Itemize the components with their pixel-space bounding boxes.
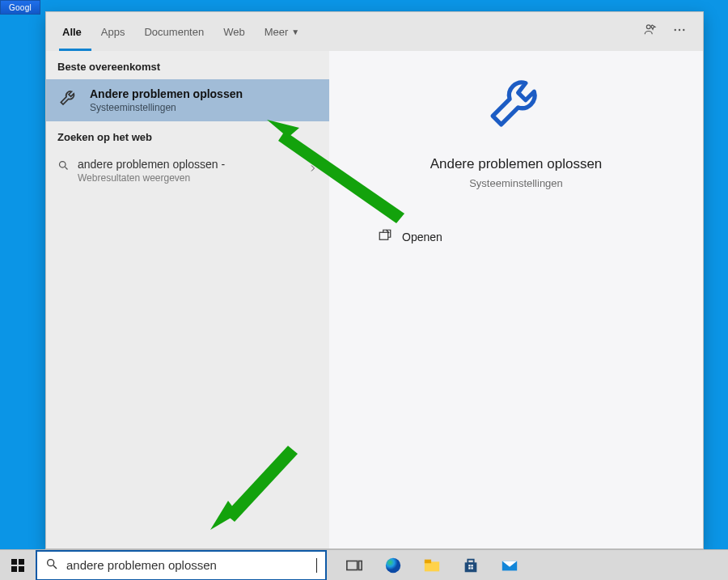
best-match-title: Andere problemen oplossen bbox=[90, 87, 243, 100]
edge-icon[interactable] bbox=[383, 556, 403, 575]
preview-title: Andere problemen oplossen bbox=[430, 156, 603, 172]
svg-point-3 bbox=[683, 29, 684, 31]
svg-point-15 bbox=[48, 560, 54, 566]
best-match-heading: Beste overeenkomst bbox=[46, 51, 329, 79]
svg-point-4 bbox=[60, 162, 66, 168]
web-search-result[interactable]: andere problemen oplossen - Webresultate… bbox=[46, 150, 329, 192]
task-view-icon[interactable] bbox=[345, 556, 364, 575]
results-left-column: Beste overeenkomst Andere problemen oplo… bbox=[46, 51, 329, 548]
search-icon bbox=[57, 159, 70, 174]
svg-point-2 bbox=[679, 29, 680, 31]
preview-content: Andere problemen oplossen Systeeminstell… bbox=[345, 70, 687, 246]
wrench-icon-large bbox=[482, 70, 550, 142]
svg-point-0 bbox=[646, 25, 650, 29]
preview-subtitle: Systeeminstellingen bbox=[469, 177, 563, 189]
store-icon[interactable] bbox=[461, 556, 480, 575]
tab-all[interactable]: Alle bbox=[53, 12, 91, 51]
tabs-right-actions bbox=[643, 23, 696, 40]
svg-point-19 bbox=[386, 557, 400, 572]
start-button[interactable] bbox=[0, 550, 36, 581]
open-label: Openen bbox=[402, 231, 442, 243]
svg-rect-11 bbox=[11, 559, 17, 565]
svg-rect-24 bbox=[468, 565, 470, 566]
search-filter-tabs: Alle Apps Documenten Web Meer▼ bbox=[46, 12, 703, 51]
search-icon bbox=[45, 557, 58, 573]
chevron-right-icon bbox=[308, 163, 318, 176]
tab-web[interactable]: Web bbox=[214, 12, 255, 51]
search-input[interactable] bbox=[66, 558, 308, 572]
web-search-heading: Zoeken op het web bbox=[46, 121, 329, 150]
text-caret bbox=[316, 558, 317, 573]
svg-point-1 bbox=[675, 29, 676, 31]
svg-rect-6 bbox=[379, 232, 388, 239]
svg-rect-26 bbox=[468, 567, 470, 569]
svg-rect-12 bbox=[19, 559, 24, 565]
svg-rect-17 bbox=[347, 561, 358, 569]
file-explorer-icon[interactable] bbox=[422, 556, 442, 575]
start-search-panel: Alle Apps Documenten Web Meer▼ Beste ove… bbox=[45, 11, 704, 549]
results-body: Beste overeenkomst Andere problemen oplo… bbox=[46, 51, 703, 548]
mail-icon[interactable] bbox=[500, 556, 519, 575]
tab-apps[interactable]: Apps bbox=[91, 12, 135, 51]
svg-rect-25 bbox=[471, 565, 472, 566]
svg-line-16 bbox=[53, 565, 57, 569]
svg-rect-14 bbox=[19, 566, 24, 572]
result-preview-pane: Andere problemen oplossen Systeeminstell… bbox=[329, 51, 703, 548]
wrench-icon bbox=[57, 87, 80, 113]
svg-rect-23 bbox=[468, 559, 473, 563]
svg-rect-13 bbox=[11, 566, 17, 572]
svg-rect-27 bbox=[471, 567, 472, 569]
best-match-subtitle: Systeeminstellingen bbox=[90, 102, 243, 113]
svg-rect-18 bbox=[359, 561, 362, 569]
chevron-down-icon: ▼ bbox=[291, 28, 299, 36]
ellipsis-icon[interactable] bbox=[672, 23, 687, 40]
tab-documents[interactable]: Documenten bbox=[134, 12, 214, 51]
svg-rect-21 bbox=[425, 559, 431, 563]
open-action[interactable]: Openen bbox=[378, 228, 442, 246]
svg-line-5 bbox=[65, 167, 67, 169]
web-result-title: andere problemen oplossen - bbox=[78, 158, 225, 171]
taskbar-pinned-apps bbox=[345, 556, 519, 575]
open-icon bbox=[378, 228, 392, 246]
taskbar bbox=[0, 549, 728, 580]
feedback-icon[interactable] bbox=[643, 23, 658, 40]
taskbar-search-box[interactable] bbox=[36, 550, 327, 581]
desktop-tile-chrome-label: Googl bbox=[0, 0, 40, 15]
tab-more[interactable]: Meer▼ bbox=[255, 12, 310, 51]
best-match-result[interactable]: Andere problemen oplossen Systeeminstell… bbox=[46, 79, 329, 121]
web-result-subtitle: Webresultaten weergeven bbox=[78, 172, 225, 184]
active-tab-underline bbox=[59, 49, 91, 51]
